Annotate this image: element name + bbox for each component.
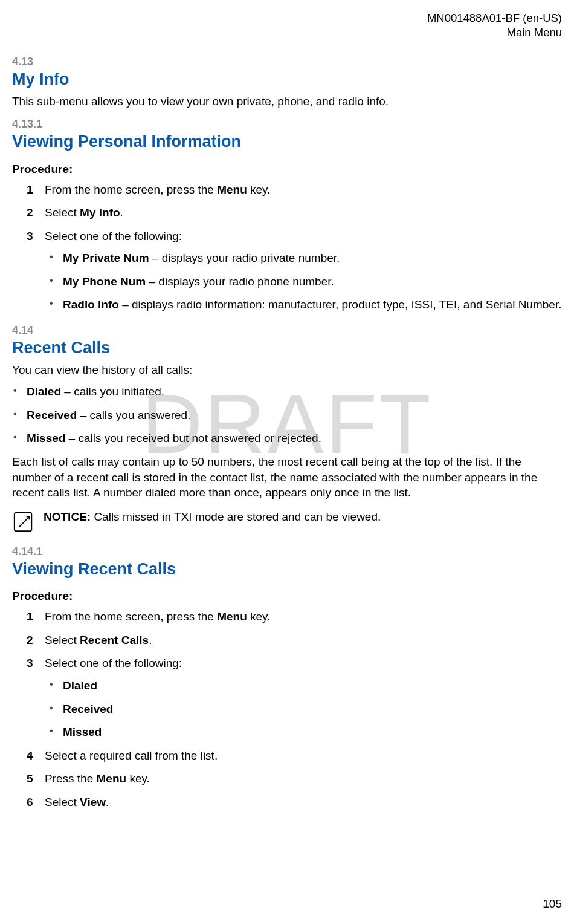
bullet-bold: Dialed <box>27 385 61 398</box>
bullet-bold: Missed <box>63 726 102 738</box>
section-title-viewing-recent-calls: Viewing Recent Calls <box>12 559 562 579</box>
bullet-radio-info: Radio Info – displays radio information:… <box>48 297 562 313</box>
step-4131-2: Select My Info. <box>27 205 562 221</box>
section-path: Main Menu <box>12 25 562 40</box>
notice-text: NOTICE: Calls missed in TXI mode are sto… <box>44 509 381 525</box>
bullet-bold: Dialed <box>63 679 97 692</box>
bullet-text: – displays your radio phone number. <box>146 275 334 288</box>
section-title-my-info: My Info <box>12 70 562 89</box>
section-number-4131: 4.13.1 <box>12 118 562 131</box>
bullet-bold: My Phone Num <box>63 275 146 288</box>
notice-label: NOTICE: <box>44 510 91 523</box>
section-number-4141: 4.14.1 <box>12 545 562 558</box>
step-text: Select <box>45 206 80 219</box>
menu-key-bold: Menu <box>97 772 127 785</box>
bullet-received: Received – calls you answered. <box>12 408 562 424</box>
bullet-received-option: Received <box>48 701 562 718</box>
step-text: Select <box>45 634 80 646</box>
step-text: Select <box>45 796 80 808</box>
doc-id: MN001488A01-BF (en-US) <box>12 11 562 25</box>
step-4131-1: From the home screen, press the Menu key… <box>27 182 562 198</box>
bullet-dialed-option: Dialed <box>48 678 562 694</box>
notice-icon <box>12 510 35 533</box>
step-text: . <box>106 796 109 808</box>
svg-rect-0 <box>15 513 32 531</box>
step-4141-2: Select Recent Calls. <box>27 633 562 649</box>
step-text: Select a required call from the list. <box>45 749 218 762</box>
step-text: key. <box>247 183 271 196</box>
step-4141-3: Select one of the following: Dialed Rece… <box>27 656 562 740</box>
step-text: From the home screen, press the <box>45 610 217 623</box>
step-text: key. <box>247 610 271 623</box>
bullet-dialed: Dialed – calls you initiated. <box>12 384 562 400</box>
notice-block: NOTICE: Calls missed in TXI mode are sto… <box>12 509 562 533</box>
recent-calls-bold: Recent Calls <box>80 634 149 646</box>
step-4131-3: Select one of the following: My Private … <box>27 229 562 313</box>
step-text: . <box>149 634 152 646</box>
step-text: . <box>120 206 123 219</box>
bullet-my-private-num: My Private Num – displays your radio pri… <box>48 250 562 267</box>
section-number-413: 4.13 <box>12 56 562 68</box>
section-number-414: 4.14 <box>12 324 562 337</box>
section-title-recent-calls: Recent Calls <box>12 338 562 357</box>
bullet-bold: Missed <box>27 432 65 444</box>
bullet-bold: My Private Num <box>63 252 149 264</box>
bullet-bold: Radio Info <box>63 298 119 311</box>
step-text: Select one of the following: <box>45 657 182 669</box>
step-text: key. <box>126 772 150 785</box>
bullet-text: – calls you initiated. <box>61 385 164 398</box>
intro-414: You can view the history of all calls: <box>12 362 562 378</box>
bullet-text: – calls you answered. <box>77 409 190 421</box>
step-4141-6: Select View. <box>27 795 562 811</box>
bullet-my-phone-num: My Phone Num – displays your radio phone… <box>48 274 562 290</box>
step-text: Press the <box>45 772 97 785</box>
procedure-label-4131: Procedure: <box>12 163 562 176</box>
my-info-bold: My Info <box>80 206 120 219</box>
recent-calls-description: Each list of calls may contain up to 50 … <box>12 454 562 501</box>
bullet-missed-option: Missed <box>48 724 562 741</box>
notice-body: Calls missed in TXI mode are stored and … <box>91 510 381 523</box>
step-text: From the home screen, press the <box>45 183 217 196</box>
step-4141-5: Press the Menu key. <box>27 771 562 787</box>
menu-key-bold: Menu <box>217 183 247 196</box>
section-title-viewing-personal-information: Viewing Personal Information <box>12 132 562 151</box>
menu-key-bold: Menu <box>217 610 247 623</box>
intro-413: This sub-menu allows you to view your ow… <box>12 94 562 109</box>
procedure-label-4141: Procedure: <box>12 590 562 603</box>
view-bold: View <box>80 796 106 808</box>
bullet-text: – displays your radio private number. <box>149 252 340 264</box>
step-4141-1: From the home screen, press the Menu key… <box>27 609 562 625</box>
step-text: Select one of the following: <box>45 230 182 242</box>
bullet-missed: Missed – calls you received but not answ… <box>12 431 562 447</box>
bullet-bold: Received <box>27 409 77 421</box>
bullet-text: – calls you received but not answered or… <box>65 432 321 444</box>
page-header: MN001488A01-BF (en-US) Main Menu <box>12 11 562 40</box>
page-number: 105 <box>543 897 562 911</box>
bullet-bold: Received <box>63 703 113 715</box>
step-4141-4: Select a required call from the list. <box>27 748 562 764</box>
bullet-text: – displays radio information: manufactur… <box>119 298 562 311</box>
